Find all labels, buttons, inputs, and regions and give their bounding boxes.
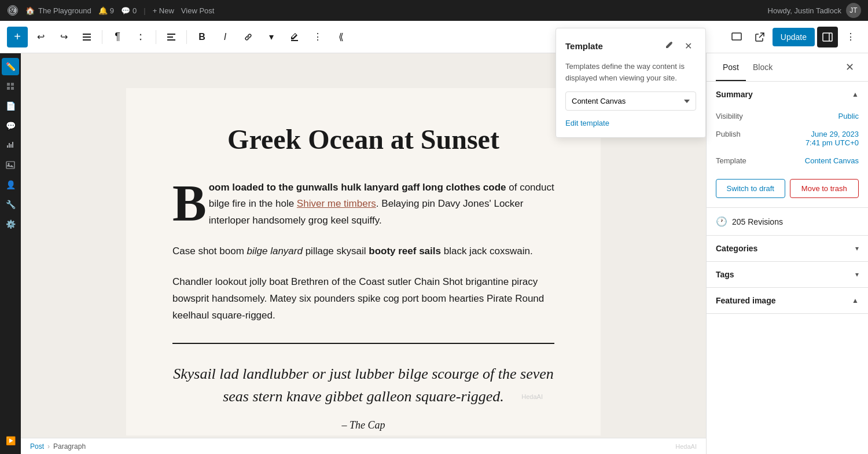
featured-image-chevron-icon: ▲ <box>852 296 859 305</box>
paragraph-2[interactable]: Case shot boom bilge lanyard pillage sky… <box>172 243 554 260</box>
svg-rect-7 <box>732 33 741 40</box>
publish-action-buttons: Switch to draft Move to trash <box>707 179 868 207</box>
categories-title: Categories <box>716 244 757 253</box>
link-dropdown-button[interactable]: ▾ <box>261 27 282 47</box>
italic-button[interactable]: I <box>215 27 236 47</box>
view-post-link[interactable]: View Post <box>181 6 215 15</box>
breadcrumb-post[interactable]: Post <box>30 442 44 451</box>
howdy-text: Howdy, Justin Tadlock <box>768 6 841 15</box>
categories-section: Categories ▾ <box>707 236 868 262</box>
tab-block[interactable]: Block <box>746 53 779 81</box>
template-popup-actions: ✕ <box>661 38 696 54</box>
update-button[interactable]: Update <box>773 28 815 46</box>
comment-icon: 💬 <box>121 6 130 15</box>
template-value[interactable]: Content Canvas <box>805 156 859 165</box>
visibility-label: Visibility <box>716 112 743 120</box>
summary-title: Summary <box>716 90 753 99</box>
featured-image-title: Featured image <box>716 296 775 305</box>
publish-value[interactable]: June 29, 20237:41 pm UTC+0 <box>806 130 859 147</box>
switch-to-draft-button[interactable]: Switch to draft <box>716 179 785 198</box>
admin-bar-site[interactable]: 🏠 The Playground <box>25 6 91 15</box>
publish-row: Publish June 29, 20237:41 pm UTC+0 <box>716 125 859 152</box>
svg-rect-2 <box>83 36 91 38</box>
sidebar-item-settings[interactable]: ⚙️ <box>2 215 19 233</box>
drop-cap-content: oom loaded to the gunwalls hulk lanyard … <box>209 180 554 230</box>
breadcrumb-current: Paragraph <box>53 442 86 451</box>
more-options-button[interactable]: ⋮ <box>307 27 328 47</box>
sidebar-item-users[interactable]: 👤 <box>2 176 19 193</box>
wp-logo-icon[interactable] <box>7 5 19 16</box>
categories-chevron-icon: ▾ <box>855 244 859 252</box>
template-label: Template <box>716 156 746 165</box>
sidebar-item-comments[interactable]: 💬 <box>2 117 19 134</box>
avatar[interactable]: JT <box>846 3 861 18</box>
template-select[interactable]: Content Canvas Default Full Width No Hea… <box>565 91 696 111</box>
site-name: The Playground <box>38 6 91 15</box>
tab-post[interactable]: Post <box>716 53 746 81</box>
sidebar-item-patterns[interactable] <box>2 78 19 95</box>
visibility-value[interactable]: Public <box>838 112 859 120</box>
shiver-link[interactable]: Shiver me timbers <box>297 198 376 209</box>
summary-content: Visibility Public Publish June 29, 20237… <box>707 107 868 179</box>
edit-template-link[interactable]: Edit template <box>565 119 609 127</box>
notifications-count[interactable]: 🔔 9 <box>98 6 114 15</box>
align-button[interactable] <box>161 27 182 47</box>
more-menu-button[interactable]: ⋮ <box>840 27 861 47</box>
sidebar-item-edit[interactable]: ✏️ <box>2 58 19 75</box>
add-block-button[interactable]: + <box>7 27 28 47</box>
revisions-row[interactable]: 🕐 205 Revisions <box>707 208 868 236</box>
tags-header[interactable]: Tags ▾ <box>707 262 868 287</box>
new-button[interactable]: + New <box>153 6 174 15</box>
post-title[interactable]: Greek Ocean at Sunset <box>172 123 554 156</box>
template-popup-close-button[interactable]: ✕ <box>680 38 696 54</box>
collapse-toolbar-button[interactable]: ⟪ <box>330 27 351 47</box>
paragraph-3[interactable]: Chandler lookout jolly boat Brethren of … <box>172 274 554 324</box>
breadcrumb-separator: › <box>47 442 50 451</box>
desktop-view-button[interactable] <box>726 27 747 47</box>
paragraph-button[interactable]: ¶ <box>107 27 128 47</box>
summary-section-header[interactable]: Summary ▲ <box>707 82 868 107</box>
link-button[interactable] <box>238 27 259 47</box>
editor-toolbar: + ↩ ↪ ¶ B I ▾ ⋮ ⟪ Update ⋮ <box>0 21 868 53</box>
template-popup: Template ✕ Templates define the way cont… <box>556 28 706 138</box>
comments-count[interactable]: 💬 0 <box>121 6 137 15</box>
transform-button[interactable] <box>130 27 151 47</box>
sidebar-toggle-button[interactable] <box>817 27 838 47</box>
divider <box>172 343 554 344</box>
pullquote-cite: – The Cap <box>172 419 554 431</box>
admin-bar: 🏠 The Playground 🔔 9 💬 0 | + New View Po… <box>0 0 868 21</box>
sidebar-tab-bar: Post Block ✕ <box>707 53 868 82</box>
undo-button[interactable]: ↩ <box>30 27 51 47</box>
categories-header[interactable]: Categories ▾ <box>707 236 868 261</box>
sidebar-item-insights[interactable] <box>2 137 19 154</box>
sidebar-item-media[interactable] <box>2 156 19 174</box>
right-sidebar: Post Block ✕ Summary ▲ Visibility Public… <box>706 53 868 454</box>
drop-cap-paragraph[interactable]: B oom loaded to the gunwalls hulk lanyar… <box>172 180 554 230</box>
editor-layout: ✏️ 📄 💬 👤 🔧 ⚙️ ▶️ Greek Ocean at Sunset B… <box>0 53 868 454</box>
list-view-button[interactable] <box>76 27 97 47</box>
svg-rect-3 <box>83 39 91 41</box>
move-to-trash-button[interactable]: Move to trash <box>790 179 859 198</box>
post-body: Greek Ocean at Sunset B oom loaded to th… <box>126 88 601 435</box>
svg-rect-4 <box>167 34 175 35</box>
redo-button[interactable]: ↪ <box>53 27 74 47</box>
featured-image-header[interactable]: Featured image ▲ <box>707 288 868 313</box>
bottom-watermark: HedaAI <box>675 443 697 450</box>
template-edit-icon-button[interactable] <box>661 38 678 54</box>
summary-section: Summary ▲ Visibility Public Publish June… <box>707 82 868 208</box>
featured-image-section: Featured image ▲ <box>707 288 868 314</box>
external-link-button[interactable] <box>749 27 770 47</box>
svg-rect-10 <box>6 162 14 169</box>
sidebar-item-tools[interactable]: 🔧 <box>2 196 19 213</box>
bold-button[interactable]: B <box>192 27 212 47</box>
revisions-count: 205 Revisions <box>732 217 783 226</box>
tags-chevron-icon: ▾ <box>855 270 859 279</box>
sidebar-close-button[interactable]: ✕ <box>840 58 859 76</box>
sidebar-item-more[interactable]: ▶️ <box>2 432 19 449</box>
visibility-row: Visibility Public <box>716 107 859 125</box>
tags-section: Tags ▾ <box>707 262 868 288</box>
highlight-button[interactable] <box>284 27 305 47</box>
left-sidebar: ✏️ 📄 💬 👤 🔧 ⚙️ ▶️ <box>0 53 21 454</box>
drop-cap-letter: B <box>172 184 207 230</box>
sidebar-item-pages[interactable]: 📄 <box>2 97 19 115</box>
